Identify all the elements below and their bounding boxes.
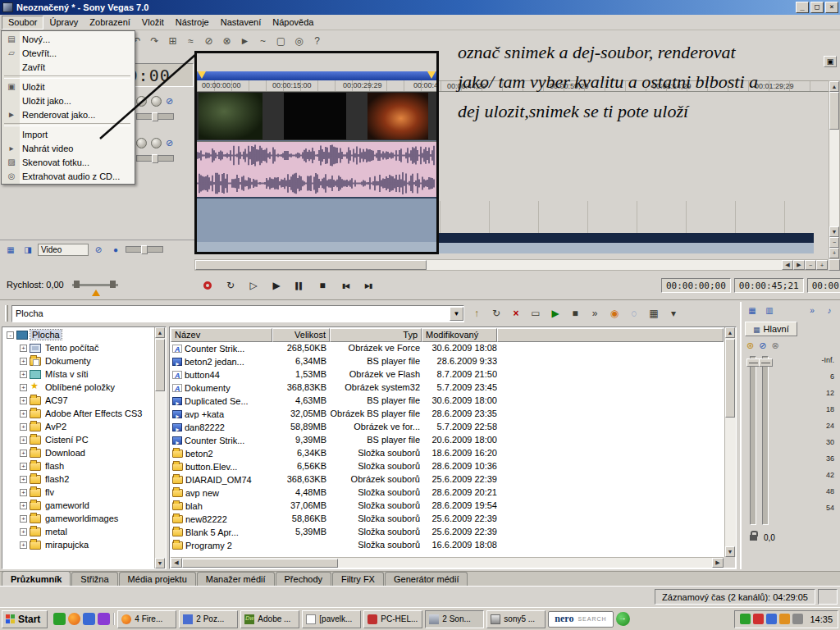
- bypass-icon[interactable]: [166, 138, 173, 148]
- scroll-down-icon[interactable]: [829, 226, 839, 237]
- bottom-tab[interactable]: Přechody: [276, 572, 331, 586]
- transport-button[interactable]: ▶: [266, 277, 287, 294]
- toolbar-button[interactable]: ≈: [182, 33, 199, 49]
- expander-icon[interactable]: +: [20, 345, 27, 352]
- timeline-horizontal-scrollbar[interactable]: [194, 259, 829, 271]
- file-row[interactable]: Counter Strik... 9,39MB BS player file 2…: [171, 434, 724, 447]
- menu-item[interactable]: Zobrazení: [84, 16, 136, 30]
- fader-thumb[interactable]: [152, 112, 158, 121]
- file-list-scrollbar[interactable]: [724, 327, 736, 557]
- tree-item[interactable]: + Tento počítač: [3, 341, 153, 354]
- speed-thumb[interactable]: [110, 281, 116, 288]
- tree-item[interactable]: - Plocha: [3, 328, 153, 341]
- expander-icon[interactable]: +: [20, 371, 27, 378]
- fader-handle[interactable]: [759, 358, 773, 367]
- explorer-toolbar-button[interactable]: ▶: [546, 305, 564, 322]
- gear-icon[interactable]: [746, 340, 754, 351]
- file-row[interactable]: button44 1,53MB Obrázek ve Flash 8.7.200…: [171, 368, 724, 381]
- scroll-down-icon[interactable]: [155, 558, 165, 568]
- expander-icon[interactable]: +: [20, 489, 27, 496]
- scroll-right-icon[interactable]: [793, 260, 805, 270]
- expander-icon[interactable]: +: [20, 397, 27, 404]
- maximize-button[interactable]: □: [810, 2, 824, 13]
- tree-item[interactable]: + gameworld: [3, 499, 153, 512]
- tree-item[interactable]: + Cistení PC: [3, 433, 153, 446]
- menu-item[interactable]: ▤ Nový...: [2, 32, 134, 46]
- scroll-up-icon[interactable]: [725, 327, 735, 338]
- taskbar-task-button[interactable]: [pavelk...: [302, 610, 361, 628]
- tree-item[interactable]: + mirapujcka: [3, 538, 153, 551]
- expander-icon[interactable]: +: [20, 541, 27, 549]
- tree-item[interactable]: + Adobe After Effects CS3: [3, 407, 153, 420]
- bottom-tab[interactable]: Průzkumník: [2, 571, 71, 586]
- tree-item[interactable]: + flv: [3, 486, 153, 499]
- minimize-button[interactable]: _: [796, 2, 809, 13]
- tree-item[interactable]: + flash2: [3, 472, 153, 486]
- bottom-tab[interactable]: Střižna: [71, 572, 117, 586]
- explorer-toolbar-button[interactable]: ↑: [468, 305, 486, 322]
- menu-item[interactable]: ▨ Skenovat fotku...: [2, 155, 134, 169]
- transport-button[interactable]: ▷: [243, 277, 264, 294]
- explorer-toolbar-button[interactable]: »: [586, 305, 604, 322]
- transport-button[interactable]: ▮◀: [335, 277, 356, 294]
- fader-left-channel[interactable]: [750, 356, 756, 525]
- file-row[interactable]: dan82222 58,89MB Obrázek ve for... 5.7.2…: [171, 421, 724, 434]
- taskbar-task-button[interactable]: 2 Son...: [425, 610, 484, 628]
- speed-thumb[interactable]: [74, 281, 80, 288]
- combo-dropdown-icon[interactable]: [450, 307, 463, 321]
- bottom-tab[interactable]: Média projektu: [119, 572, 196, 586]
- playback-skip-icon[interactable]: [805, 304, 819, 317]
- toolbar-button[interactable]: ?: [308, 33, 326, 49]
- tray-icon-5[interactable]: [792, 614, 803, 624]
- taskbar-task-button[interactable]: PC-HEL...: [363, 610, 422, 628]
- expander-icon[interactable]: +: [20, 423, 27, 431]
- transport-button[interactable]: ▶▮: [358, 277, 379, 294]
- scrollbar-thumb[interactable]: [195, 260, 427, 270]
- file-row[interactable]: avp new 4,48MB Složka souborů 28.6.2009 …: [171, 486, 724, 500]
- transport-button[interactable]: ■: [312, 277, 333, 294]
- file-row[interactable]: avp +kata 32,05MB Obrázek BS player file…: [171, 408, 724, 421]
- file-row[interactable]: button.Elev... 6,56KB Složka souborů 28.…: [171, 460, 724, 473]
- menu-item[interactable]: ▱ Otevřít...: [2, 46, 134, 60]
- fader-right-channel[interactable]: [762, 356, 769, 525]
- toolbar-button[interactable]: ►: [236, 33, 253, 49]
- fader-thumb[interactable]: [152, 154, 158, 163]
- mute-icon[interactable]: [771, 340, 778, 351]
- tree-item[interactable]: + Dokumenty: [3, 354, 153, 368]
- master-bus-tab[interactable]: Hlavní: [745, 322, 797, 336]
- tree-item[interactable]: + AvP2: [3, 420, 153, 433]
- tray-icon-4[interactable]: [779, 614, 790, 624]
- track-fader[interactable]: [136, 113, 174, 120]
- expander-icon[interactable]: +: [20, 450, 27, 457]
- level-knob[interactable]: [151, 138, 162, 148]
- column-header[interactable]: Název: [171, 328, 272, 342]
- speed-slider[interactable]: [72, 281, 118, 289]
- menu-item[interactable]: Vložit: [136, 16, 170, 30]
- column-header[interactable]: Velikost: [272, 328, 330, 342]
- expander-icon[interactable]: +: [20, 410, 27, 418]
- menu-item[interactable]: Import: [2, 127, 134, 141]
- file-row[interactable]: beton2 jedan... 6,34MB BS player file 28…: [171, 355, 724, 368]
- tree-item[interactable]: + Download: [3, 446, 153, 459]
- expander-icon[interactable]: +: [20, 528, 27, 536]
- bottom-tab[interactable]: Generátor médií: [385, 572, 468, 586]
- pan-knob[interactable]: [136, 96, 147, 107]
- mute-icon[interactable]: [91, 243, 106, 256]
- file-row[interactable]: Dokumenty 368,83KB Obrázek system32 5.7.…: [171, 381, 724, 395]
- drag-handle[interactable]: [5, 305, 8, 322]
- zoom-corner-button[interactable]: [829, 259, 840, 271]
- file-row[interactable]: Blank 5 Apr... 5,39MB Složka souborů 25.…: [171, 526, 724, 539]
- explorer-toolbar-button[interactable]: ▾: [664, 305, 682, 322]
- lock-icon[interactable]: [750, 535, 757, 541]
- expander-icon[interactable]: -: [7, 331, 14, 339]
- explorer-toolbar-button[interactable]: ▦: [645, 305, 663, 322]
- column-header[interactable]: Typ: [330, 328, 422, 342]
- explorer-toolbar-button[interactable]: ▭: [527, 305, 545, 322]
- transport-button[interactable]: [197, 277, 218, 294]
- scroll-left-icon[interactable]: [782, 260, 793, 270]
- menu-item[interactable]: Nástroje: [170, 16, 215, 30]
- expander-icon[interactable]: +: [20, 358, 27, 365]
- zoom-in-icon[interactable]: [816, 260, 828, 270]
- bottom-tab[interactable]: Filtry FX: [332, 572, 384, 586]
- explorer-toolbar-button[interactable]: ◌: [625, 305, 643, 322]
